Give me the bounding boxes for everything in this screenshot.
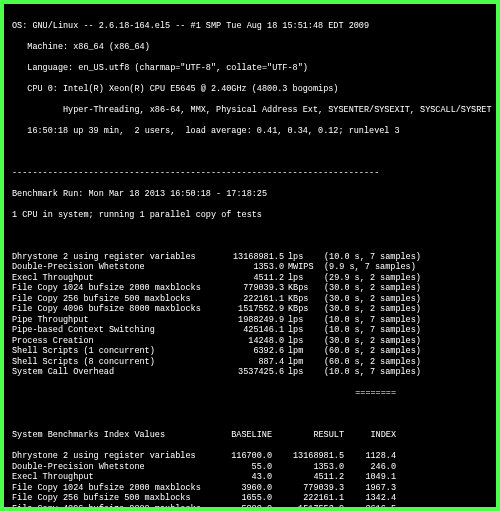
- run-cpus: 1 CPU in system; running 1 parallel copy…: [12, 210, 488, 221]
- result-row: Shell Scripts (8 concurrent)887.4lpm(60.…: [12, 357, 488, 368]
- result-row: Dhrystone 2 using register variables1316…: [12, 252, 488, 263]
- run-title: Benchmark Run: Mon Mar 18 2013 16:50:18 …: [12, 189, 488, 200]
- result-row: Shell Scripts (1 concurrent)6392.6lpm(60…: [12, 346, 488, 357]
- header-uptime: 16:50:18 up 39 min, 2 users, load averag…: [12, 126, 488, 137]
- result-row: Double-Precision Whetstone1353.0MWIPS(9.…: [12, 262, 488, 273]
- header-language: Language: en_US.utf8 (charmap="UTF-8", c…: [12, 63, 488, 74]
- header-os: OS: GNU/Linux -- 2.6.18-164.el5 -- #1 SM…: [12, 21, 488, 32]
- index-separator: ========: [12, 388, 488, 399]
- terminal-output: OS: GNU/Linux -- 2.6.18-164.el5 -- #1 SM…: [4, 4, 496, 507]
- header-machine: Machine: x86_64 (x86_64): [12, 42, 488, 53]
- col-result: RESULT: [272, 430, 344, 441]
- index-header-row: System Benchmarks Index Values BASELINE …: [12, 430, 488, 441]
- result-row: System Call Overhead3537425.6lps(10.0 s,…: [12, 367, 488, 378]
- index-row: File Copy 256 bufsize 500 maxblocks1655.…: [12, 493, 488, 504]
- result-row: Pipe-based Context Switching425146.1lps(…: [12, 325, 488, 336]
- index-row: Dhrystone 2 using register variables1167…: [12, 451, 488, 462]
- index-block: Dhrystone 2 using register variables1167…: [12, 451, 488, 507]
- result-row: File Copy 1024 bufsize 2000 maxblocks779…: [12, 283, 488, 294]
- col-baseline: BASELINE: [212, 430, 272, 441]
- header-cpu-feats: Hyper-Threading, x86-64, MMX, Physical A…: [12, 105, 488, 116]
- col-index: INDEX: [344, 430, 396, 441]
- result-row: File Copy 256 bufsize 500 maxblocks22216…: [12, 294, 488, 305]
- index-row: Double-Precision Whetstone55.01353.0246.…: [12, 462, 488, 473]
- header-cpu0: CPU 0: Intel(R) Xeon(R) CPU E5645 @ 2.40…: [12, 84, 488, 95]
- results-block: Dhrystone 2 using register variables1316…: [12, 252, 488, 378]
- col-name: System Benchmarks Index Values: [12, 430, 212, 441]
- result-row: Pipe Throughput1988249.9lps(10.0 s, 7 sa…: [12, 315, 488, 326]
- separator: ----------------------------------------…: [12, 168, 488, 179]
- index-row: Execl Throughput43.04511.21049.1: [12, 472, 488, 483]
- result-row: File Copy 4096 bufsize 8000 maxblocks151…: [12, 304, 488, 315]
- result-row: Execl Throughput4511.2lps(29.9 s, 2 samp…: [12, 273, 488, 284]
- index-row: File Copy 1024 bufsize 2000 maxblocks396…: [12, 483, 488, 494]
- result-row: Process Creation14248.0lps(30.0 s, 2 sam…: [12, 336, 488, 347]
- index-row: File Copy 4096 bufsize 8000 maxblocks580…: [12, 504, 488, 508]
